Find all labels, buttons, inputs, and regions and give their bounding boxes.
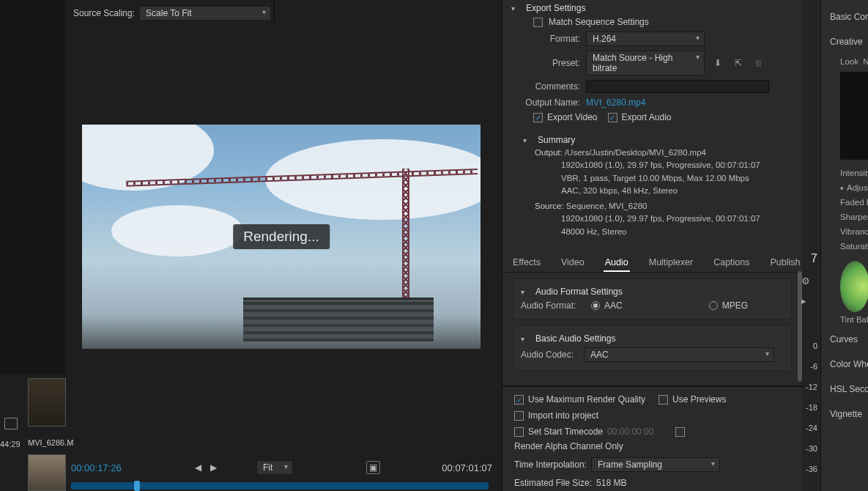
- tab-multiplexer[interactable]: Multiplexer: [648, 254, 694, 272]
- audio-format-aac-label: AAC: [604, 300, 623, 311]
- zoom-fit-dropdown[interactable]: Fit: [256, 460, 293, 475]
- lumetri-tint-balance[interactable]: Tint Bala: [830, 312, 868, 327]
- lumetri-color-wheel-preview[interactable]: [840, 261, 868, 312]
- tab-captions[interactable]: Captions: [712, 254, 751, 272]
- summary-title: Summary: [538, 133, 575, 147]
- audio-codec-label: Audio Codec:: [521, 350, 578, 360]
- panel-collapse-icon[interactable]: ▸: [801, 291, 816, 311]
- use-previews-label: Use Previews: [672, 394, 726, 405]
- format-dropdown[interactable]: H.264: [586, 32, 705, 46]
- tab-audio[interactable]: Audio: [604, 254, 630, 272]
- summary-box: Summary Output: /Users/Justin/Desktop/MV…: [516, 129, 789, 243]
- time-interp-dropdown[interactable]: Frame Sampling: [591, 457, 720, 472]
- building: [243, 298, 434, 342]
- est-size-value: 518 MB: [596, 478, 626, 488]
- meter-db-6: -36: [801, 459, 817, 479]
- use-previews-checkbox[interactable]: [659, 395, 668, 405]
- meter-db-0: 0: [801, 336, 817, 356]
- clip-thumb-1-label: MVI_6286.M: [28, 438, 73, 447]
- lumetri-color-wheels[interactable]: Color Whee: [830, 352, 868, 377]
- playhead[interactable]: [134, 481, 140, 491]
- scrub-bar[interactable]: [71, 482, 489, 490]
- clip-thumb-1[interactable]: [28, 378, 66, 427]
- output-name-link[interactable]: MVI_6280.mp4: [586, 97, 645, 108]
- timecode-current[interactable]: 00:00:17:26: [71, 462, 122, 473]
- comments-input[interactable]: [586, 80, 769, 93]
- output-name-label: Output Name:: [511, 97, 580, 108]
- timecode-duration: 00:07:01:07: [442, 462, 492, 473]
- clip-thumb-2[interactable]: [28, 454, 66, 491]
- import-preset-icon[interactable]: ⇱: [731, 56, 746, 70]
- lumetri-look-label: Look: [840, 57, 858, 66]
- preview-monitor[interactable]: Rendering...: [82, 125, 481, 349]
- lumetri-saturation[interactable]: Saturatio: [830, 239, 868, 254]
- meter-db-5: -30: [801, 438, 817, 459]
- import-project-label: Import into project: [528, 410, 598, 421]
- lumetri-faded-film[interactable]: Faded Fi: [830, 195, 868, 210]
- step-back-button[interactable]: ◀: [195, 462, 201, 473]
- audio-codec-dropdown[interactable]: AAC: [584, 347, 774, 362]
- meter-db-1: -6: [801, 356, 817, 377]
- export-settings-header[interactable]: Export Settings: [511, 1, 793, 15]
- export-audio-label: Export Audio: [622, 112, 672, 122]
- lumetri-adjustments[interactable]: Adjustme: [830, 180, 868, 195]
- lumetri-look-preview[interactable]: [840, 72, 868, 160]
- source-scaling-dropdown[interactable]: Scale To Fit: [139, 6, 271, 21]
- format-value: H.264: [593, 34, 616, 44]
- summary-source-line2: 48000 Hz, Stereo: [561, 226, 782, 238]
- set-start-tc-label: Set Start Timecode: [528, 427, 603, 437]
- preset-value: Match Source - High bitrate: [593, 53, 672, 73]
- audio-format-mpeg-label: MPEG: [722, 300, 748, 311]
- summary-source-line0: Sequence, MVI_6280: [566, 202, 648, 210]
- panel-gear-icon[interactable]: ⚙: [801, 271, 816, 291]
- summary-output-line2: VBR, 1 pass, Target 10.00 Mbps, Max 12.0…: [561, 172, 782, 185]
- est-size-label: Estimated File Size:: [514, 478, 592, 488]
- summary-source-label: Source:: [535, 202, 564, 210]
- audio-codec-value: AAC: [590, 350, 609, 360]
- play-button[interactable]: ▶: [210, 462, 217, 473]
- source-scaling-value: Scale To Fit: [146, 8, 191, 18]
- basic-audio-header[interactable]: Basic Audio Settings: [521, 332, 784, 345]
- import-project-checkbox[interactable]: [514, 411, 524, 421]
- bin-duration: 44:29: [0, 440, 21, 448]
- comments-label: Comments:: [511, 81, 580, 92]
- tab-publish[interactable]: Publish: [769, 254, 802, 272]
- audio-format-header[interactable]: Audio Format Settings: [521, 285, 784, 298]
- tab-effects[interactable]: Effects: [511, 254, 542, 272]
- export-settings-panel: Export Settings Match Sequence Settings …: [502, 0, 802, 491]
- safe-margins-icon[interactable]: ▣: [366, 461, 380, 474]
- summary-output-label: Output:: [535, 148, 563, 157]
- lumetri-intensity[interactable]: Intensity: [830, 166, 868, 180]
- save-preset-icon[interactable]: ⬇: [711, 56, 725, 70]
- delete-preset-icon[interactable]: 🗑: [752, 56, 766, 70]
- summary-output-line3: AAC, 320 kbps, 48 kHz, Stereo: [561, 185, 782, 197]
- meter-db-4: -24: [801, 418, 817, 438]
- lumetri-curves[interactable]: Curves: [830, 327, 868, 352]
- time-interp-value: Frame Sampling: [598, 459, 662, 470]
- lumetri-look-value[interactable]: N: [863, 57, 868, 66]
- render-alpha-checkbox[interactable]: [675, 427, 685, 437]
- insert-icon[interactable]: [4, 418, 18, 429]
- export-tabs: Effects Video Audio Multiplexer Captions…: [502, 248, 802, 273]
- max-render-label: Use Maximum Render Quality: [528, 394, 645, 405]
- lumetri-hsl-secondary[interactable]: HSL Second: [830, 377, 868, 402]
- summary-source-line1: 1920x1080 (1.0), 29.97 fps, Progressive,…: [561, 213, 782, 225]
- lumetri-basic-correction[interactable]: Basic Correc: [830, 4, 868, 29]
- audio-format-aac-radio[interactable]: [591, 301, 600, 310]
- match-sequence-checkbox[interactable]: [533, 18, 543, 27]
- start-tc-value: 00:00:00:00: [607, 427, 653, 437]
- audio-format-mpeg-radio[interactable]: [709, 301, 718, 310]
- lumetri-vignette[interactable]: Vignette: [830, 402, 868, 427]
- lumetri-vibrance[interactable]: Vibrance: [830, 224, 868, 239]
- lumetri-creative[interactable]: Creative: [830, 29, 868, 54]
- lumetri-panel: Basic Correc Creative Look N Intensity A…: [820, 0, 868, 491]
- max-render-checkbox[interactable]: [514, 395, 524, 405]
- export-video-label: Export Video: [547, 112, 598, 122]
- lumetri-sharpen[interactable]: Sharpen: [830, 210, 868, 224]
- export-video-checkbox[interactable]: [533, 113, 543, 122]
- summary-header[interactable]: Summary: [523, 133, 782, 147]
- export-audio-checkbox[interactable]: [608, 113, 617, 122]
- preset-dropdown[interactable]: Match Source - High bitrate: [586, 51, 705, 75]
- tab-video[interactable]: Video: [560, 254, 586, 272]
- set-start-tc-checkbox[interactable]: [514, 427, 524, 437]
